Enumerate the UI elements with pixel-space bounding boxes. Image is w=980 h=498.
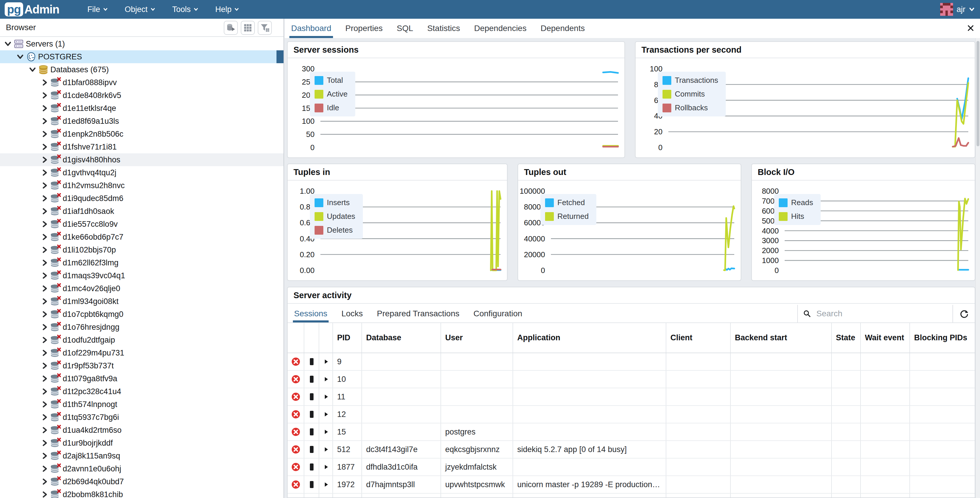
cancel-query-button[interactable] bbox=[288, 476, 304, 493]
search-input[interactable] bbox=[816, 309, 947, 318]
menu-tools[interactable]: Tools bbox=[172, 5, 198, 14]
chevron-right-icon[interactable] bbox=[40, 194, 49, 203]
chevron-right-icon[interactable] bbox=[40, 413, 49, 422]
tree-item-d1bfar0888ipvv[interactable]: d1bfar0888ipvv bbox=[0, 76, 283, 89]
tree-item-d1h2vmsu2h8nvc[interactable]: d1h2vmsu2h8nvc bbox=[0, 179, 283, 192]
chevron-right-icon[interactable] bbox=[40, 246, 49, 254]
chevron-down-icon[interactable] bbox=[3, 40, 12, 48]
chevron-right-icon[interactable] bbox=[40, 271, 49, 280]
chevron-right-icon[interactable] bbox=[40, 452, 49, 460]
filtered-rows-button[interactable] bbox=[258, 21, 272, 35]
tree-item-d1ed8f69a1u3ls[interactable]: d1ed8f69a1u3ls bbox=[0, 115, 283, 128]
tree-item-d1maqs39vc04q1[interactable]: d1maqs39vc04q1 bbox=[0, 269, 283, 282]
chevron-right-icon[interactable] bbox=[40, 78, 49, 87]
column-header-application[interactable]: Application bbox=[513, 323, 666, 352]
column-header-icon-2[interactable] bbox=[319, 323, 333, 352]
terminate-session-button[interactable] bbox=[304, 406, 319, 423]
tree-item-d1fshve71r1i81[interactable]: d1fshve71r1i81 bbox=[0, 140, 283, 153]
tree-item-d2bobm8k81chib[interactable]: d2bobm8k81chib bbox=[0, 488, 283, 498]
expand-details-button[interactable] bbox=[319, 423, 333, 440]
terminate-session-button[interactable] bbox=[304, 371, 319, 388]
chevron-right-icon[interactable] bbox=[40, 168, 49, 177]
menu-object[interactable]: Object bbox=[125, 5, 155, 14]
table-grid-button[interactable] bbox=[241, 21, 255, 35]
chevron-right-icon[interactable] bbox=[40, 323, 49, 331]
tree-item-d1mc4ov26qlje0[interactable]: d1mc4ov26qlje0 bbox=[0, 282, 283, 295]
menu-help[interactable]: Help bbox=[215, 5, 239, 14]
cancel-query-button[interactable] bbox=[288, 371, 304, 388]
tree-item-postgres[interactable]: POSTGRES bbox=[0, 50, 283, 63]
menu-file[interactable]: File bbox=[87, 5, 108, 14]
column-header-user[interactable]: User bbox=[441, 323, 513, 352]
tree-item-d2b69d4qk0ubd7[interactable]: d2b69d4qk0ubd7 bbox=[0, 475, 283, 488]
chevron-right-icon[interactable] bbox=[40, 464, 49, 473]
chevron-right-icon[interactable] bbox=[40, 143, 49, 151]
tree-item-d1of229m4pu731[interactable]: d1of229m4pu731 bbox=[0, 346, 283, 359]
chevron-right-icon[interactable] bbox=[40, 439, 49, 447]
expand-details-button[interactable] bbox=[319, 441, 333, 458]
cancel-query-button[interactable] bbox=[288, 493, 304, 497]
cancel-query-button[interactable] bbox=[288, 388, 304, 405]
tree-item-d1e11etklsr4qe[interactable]: d1e11etklsr4qe bbox=[0, 102, 283, 115]
tree-item-d1gisv4h80hhos[interactable]: d1gisv4h80hhos bbox=[0, 153, 283, 166]
activity-tab-configuration[interactable]: Configuration bbox=[474, 305, 522, 322]
chevron-down-icon[interactable] bbox=[16, 52, 25, 61]
chevron-right-icon[interactable] bbox=[40, 155, 49, 164]
tree-item-d1li102bbjs70p[interactable]: d1li102bbjs70p bbox=[0, 243, 283, 256]
tree-item-d1gvthvq4tqu2j[interactable]: d1gvthvq4tqu2j bbox=[0, 166, 283, 179]
chevron-right-icon[interactable] bbox=[40, 104, 49, 113]
cancel-query-button[interactable] bbox=[288, 441, 304, 458]
tree-item-servers-1[interactable]: Servers (1) bbox=[0, 38, 283, 50]
expand-details-button[interactable] bbox=[319, 406, 333, 423]
column-header-blocking-pids[interactable]: Blocking PIDs bbox=[910, 323, 975, 352]
tree-item-d1t079ga8tfv9a[interactable]: d1t079ga8tfv9a bbox=[0, 372, 283, 385]
expand-details-button[interactable] bbox=[319, 371, 333, 388]
tree-item-d1cde8408rk6v5[interactable]: d1cde8408rk6v5 bbox=[0, 89, 283, 102]
chevron-right-icon[interactable] bbox=[40, 362, 49, 370]
tree-item-d1tq5937c7bg6i[interactable]: d1tq5937c7bg6i bbox=[0, 411, 283, 424]
chevron-right-icon[interactable] bbox=[40, 477, 49, 486]
cancel-query-button[interactable] bbox=[288, 406, 304, 423]
chevron-right-icon[interactable] bbox=[40, 336, 49, 344]
column-header-backend-start[interactable]: Backend start bbox=[731, 323, 832, 352]
vertical-scrollbar[interactable] bbox=[975, 38, 980, 498]
tree-item-d2avnn1e0u6ohj[interactable]: d2avnn1e0u6ohj bbox=[0, 462, 283, 475]
column-header-wait-event[interactable]: Wait event bbox=[861, 323, 910, 352]
chevron-right-icon[interactable] bbox=[40, 310, 49, 319]
column-header-state[interactable]: State bbox=[832, 323, 861, 352]
tab-dependencies[interactable]: Dependencies bbox=[474, 19, 527, 38]
expand-details-button[interactable] bbox=[319, 388, 333, 405]
chevron-right-icon[interactable] bbox=[40, 233, 49, 241]
tab-dependents[interactable]: Dependents bbox=[541, 19, 585, 38]
tree-item-d1ml934goi08kt[interactable]: d1ml934goi08kt bbox=[0, 295, 283, 308]
chevron-right-icon[interactable] bbox=[40, 181, 49, 190]
tree-item-d1ie557cc8lo9v[interactable]: d1ie557cc8lo9v bbox=[0, 218, 283, 231]
activity-tab-sessions[interactable]: Sessions bbox=[294, 305, 328, 322]
terminate-session-button[interactable] bbox=[304, 423, 319, 440]
column-header-pid[interactable]: PID bbox=[333, 323, 362, 352]
expand-details-button[interactable] bbox=[319, 476, 333, 493]
expand-details-button[interactable] bbox=[319, 493, 333, 497]
terminate-session-button[interactable] bbox=[304, 458, 319, 476]
expand-details-button[interactable] bbox=[319, 353, 333, 370]
terminate-session-button[interactable] bbox=[304, 353, 319, 370]
chevron-right-icon[interactable] bbox=[40, 207, 49, 216]
tree-item-d1th574lnpnogt[interactable]: d1th574lnpnogt bbox=[0, 398, 283, 411]
chevron-right-icon[interactable] bbox=[40, 297, 49, 306]
view-data-button[interactable] bbox=[224, 21, 238, 35]
close-panel-button[interactable] bbox=[966, 23, 976, 33]
chevron-right-icon[interactable] bbox=[40, 349, 49, 357]
activity-tab-locks[interactable]: Locks bbox=[342, 305, 363, 322]
expand-details-button[interactable] bbox=[319, 458, 333, 476]
activity-tab-prepared-transactions[interactable]: Prepared Transactions bbox=[377, 305, 460, 322]
cancel-query-button[interactable] bbox=[288, 353, 304, 370]
column-header-icon-0[interactable] bbox=[288, 323, 304, 352]
tree-item-d1ur9bojrjkddf[interactable]: d1ur9bojrjkddf bbox=[0, 436, 283, 449]
tree-item-d1t2pc328c41u4[interactable]: d1t2pc328c41u4 bbox=[0, 385, 283, 398]
terminate-session-button[interactable] bbox=[304, 388, 319, 405]
tree-item-d1odfu2dtfgaip[interactable]: d1odfu2dtfgaip bbox=[0, 333, 283, 346]
chevron-right-icon[interactable] bbox=[40, 91, 49, 100]
chevron-right-icon[interactable] bbox=[40, 130, 49, 138]
tab-statistics[interactable]: Statistics bbox=[427, 19, 460, 38]
tree-item-d1enpk2n8b506c[interactable]: d1enpk2n8b506c bbox=[0, 128, 283, 140]
